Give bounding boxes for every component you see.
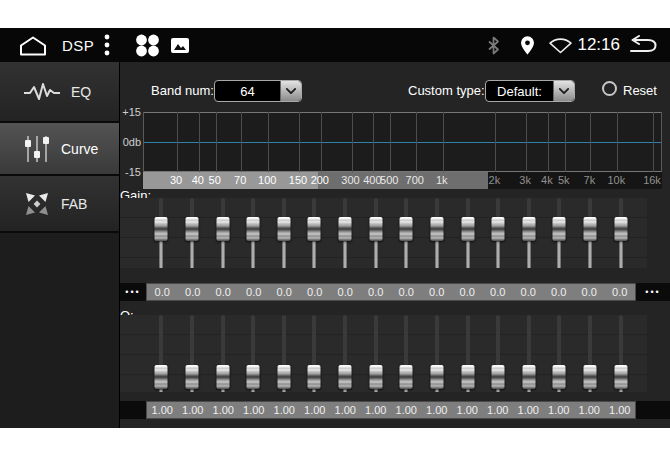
back-button[interactable] [626, 28, 658, 62]
gain-band-slider[interactable] [269, 198, 300, 268]
reset-radio[interactable] [602, 81, 617, 96]
gain-band-slider[interactable] [299, 198, 330, 268]
gain-slider-thumb[interactable] [614, 217, 627, 241]
gain-band-slider[interactable] [238, 198, 269, 268]
q-slider-thumb[interactable] [308, 365, 321, 389]
gain-slider-track [344, 239, 347, 268]
q-slider-thumb[interactable] [461, 365, 474, 389]
gain-slider-thumb[interactable] [155, 217, 168, 241]
gain-slider-thumb[interactable] [584, 217, 597, 241]
q-band-slider[interactable] [207, 315, 238, 392]
gain-page-left-button[interactable]: ••• [120, 283, 146, 301]
gain-band-slider[interactable] [575, 198, 606, 268]
q-band-slider[interactable] [177, 315, 208, 392]
q-slider-thumb[interactable] [400, 365, 413, 389]
gain-band-value: 0.0 [391, 284, 422, 300]
gain-slider-thumb[interactable] [461, 217, 474, 241]
gain-band-slider[interactable] [177, 198, 208, 268]
gain-band-value: 0.0 [239, 284, 270, 300]
gain-slider-thumb[interactable] [277, 217, 290, 241]
sidebar-item-eq[interactable]: EQ [0, 62, 119, 123]
home-button[interactable] [18, 28, 48, 62]
gain-band-slider[interactable] [605, 198, 636, 268]
gain-band-slider[interactable] [514, 198, 545, 268]
sidebar-item-fab[interactable]: FAB [0, 176, 119, 233]
q-row-right-stub [636, 401, 670, 419]
gain-slider-thumb[interactable] [216, 217, 229, 241]
gain-band-slider[interactable] [207, 198, 238, 268]
gain-slider-thumb[interactable] [369, 217, 382, 241]
gain-band-slider[interactable] [544, 198, 575, 268]
q-slider-thumb[interactable] [522, 365, 535, 389]
q-band-slider[interactable] [452, 315, 483, 392]
gain-slider-thumb[interactable] [400, 217, 413, 241]
reset-label[interactable]: Reset [623, 83, 657, 98]
q-slider-thumb[interactable] [247, 365, 260, 389]
custom-type-value: Default: [486, 81, 553, 101]
custom-type-dropdown-button[interactable] [553, 81, 574, 101]
gain-slider-track [282, 239, 285, 268]
sidebar: EQ Curve [0, 62, 120, 428]
gain-band-slider[interactable] [146, 198, 177, 268]
gain-band-slider[interactable] [330, 198, 361, 268]
gain-band-slider[interactable] [360, 198, 391, 268]
band-num-select[interactable]: 64 [214, 80, 302, 102]
q-band-value: 1.00 [483, 402, 514, 418]
q-slider-thumb[interactable] [369, 365, 382, 389]
overflow-menu-button[interactable] [104, 28, 110, 62]
gain-slider-thumb[interactable] [492, 217, 505, 241]
gain-slider-thumb[interactable] [430, 217, 443, 241]
q-band-slider[interactable] [299, 315, 330, 392]
freq-segment-high [488, 172, 662, 189]
gain-band-slider[interactable] [422, 198, 453, 268]
q-band-slider[interactable] [544, 315, 575, 392]
gain-slider-thumb[interactable] [339, 217, 352, 241]
q-band-slider[interactable] [422, 315, 453, 392]
sidebar-item-curve[interactable]: Curve [0, 123, 119, 176]
gain-slider-track [589, 239, 592, 268]
gallery-button[interactable] [171, 28, 189, 62]
q-band-slider[interactable] [269, 315, 300, 392]
q-slider-thumb[interactable] [614, 365, 627, 389]
plot-top-border [144, 112, 661, 113]
q-slider-thumb[interactable] [492, 365, 505, 389]
gain-slider-track [558, 239, 561, 268]
gain-slider-thumb[interactable] [308, 217, 321, 241]
gain-page-right-button[interactable]: ••• [636, 283, 670, 301]
q-band-value: 1.00 [178, 402, 209, 418]
q-slider-thumb[interactable] [216, 365, 229, 389]
q-band-slider[interactable] [391, 315, 422, 392]
apps-button[interactable] [134, 28, 161, 62]
faders-icon [24, 134, 50, 164]
gridline [526, 112, 527, 172]
q-band-slider[interactable] [360, 315, 391, 392]
gain-band-slider[interactable] [483, 198, 514, 268]
q-band-value: 1.00 [513, 402, 544, 418]
q-slider-thumb[interactable] [430, 365, 443, 389]
gain-slider-thumb[interactable] [185, 217, 198, 241]
gain-sliders [146, 198, 636, 268]
q-slider-thumb[interactable] [584, 365, 597, 389]
q-band-slider[interactable] [146, 315, 177, 392]
q-slider-thumb[interactable] [339, 365, 352, 389]
custom-type-select[interactable]: Default: [485, 80, 575, 102]
q-slider-thumb[interactable] [155, 365, 168, 389]
freq-tick-label: 400 [363, 174, 381, 186]
q-band-slider[interactable] [514, 315, 545, 392]
q-band-slider[interactable] [330, 315, 361, 392]
q-band-slider[interactable] [575, 315, 606, 392]
gain-slider-thumb[interactable] [553, 217, 566, 241]
gain-slider-thumb[interactable] [247, 217, 260, 241]
freq-tick-label: 300 [341, 174, 359, 186]
q-band-slider[interactable] [483, 315, 514, 392]
gain-slider-thumb[interactable] [522, 217, 535, 241]
q-band-slider[interactable] [238, 315, 269, 392]
y-axis-label-max: +15 [120, 106, 141, 118]
q-slider-thumb[interactable] [553, 365, 566, 389]
gain-band-slider[interactable] [391, 198, 422, 268]
band-num-dropdown-button[interactable] [280, 81, 301, 101]
q-slider-thumb[interactable] [185, 365, 198, 389]
gain-band-slider[interactable] [452, 198, 483, 268]
q-slider-thumb[interactable] [277, 365, 290, 389]
q-band-slider[interactable] [605, 315, 636, 392]
